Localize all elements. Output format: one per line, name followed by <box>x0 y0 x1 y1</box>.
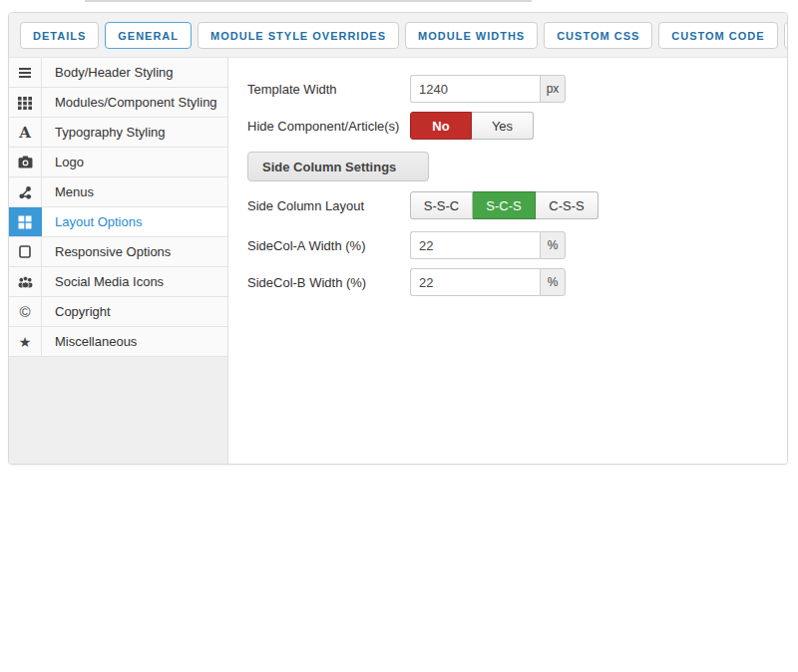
bars-icon <box>9 58 42 87</box>
star-icon: ★ <box>9 327 42 356</box>
sidecol-a-row: SideCol-A Width (%) % <box>247 230 787 260</box>
copyright-icon: © <box>9 297 42 326</box>
settings-content: Template Width px Hide Component/Article… <box>228 58 787 465</box>
sidebar-item-responsive-options[interactable]: Responsive Options <box>9 237 227 267</box>
sidebar-item-label: Copyright <box>42 297 227 326</box>
sidebar-item-modules-component-styling[interactable]: Modules/Component Styling <box>9 88 227 118</box>
sidebar-item-menus[interactable]: Menus <box>9 177 227 207</box>
layout-scs-button[interactable]: S-C-S <box>473 191 536 219</box>
square-outline-icon <box>9 237 42 266</box>
panel-body: Body/Header Styling Modules/Component St… <box>9 58 787 465</box>
layout-ssc-button[interactable]: S-S-C <box>410 191 473 219</box>
sidebar-item-label: Typography Styling <box>42 118 227 147</box>
layout-css-button[interactable]: C-S-S <box>536 191 598 219</box>
tab-custom-code[interactable]: CUSTOM CODE <box>658 22 777 49</box>
side-column-settings-button[interactable]: Side Column Settings <box>247 152 429 181</box>
sidecol-a-input[interactable] <box>410 231 540 259</box>
sidecol-b-row: SideCol-B Width (%) % <box>247 267 787 297</box>
template-width-input[interactable] <box>410 75 540 103</box>
hide-component-yes-button[interactable]: Yes <box>472 112 534 140</box>
template-width-label: Template Width <box>247 82 410 97</box>
font-icon: A <box>9 118 42 147</box>
sidecol-b-unit: % <box>540 268 566 296</box>
tab-module-widths[interactable]: MODULE WIDTHS <box>405 22 538 49</box>
grid-2x2-icon <box>9 207 42 236</box>
sidecol-b-label: SideCol-B Width (%) <box>247 275 410 290</box>
sidecol-a-label: SideCol-A Width (%) <box>247 238 410 253</box>
sidebar-item-layout-options[interactable]: Layout Options <box>9 207 227 237</box>
sidebar-item-body-header-styling[interactable]: Body/Header Styling <box>9 58 227 88</box>
template-width-row: Template Width px <box>247 74 787 104</box>
sidebar-item-social-media-icons[interactable]: Social Media Icons <box>9 267 227 297</box>
sidebar-item-label: Social Media Icons <box>42 267 227 296</box>
hide-component-no-button[interactable]: No <box>410 112 472 140</box>
sidecol-a-unit: % <box>540 231 566 259</box>
sidebar-item-miscellaneous[interactable]: ★ Miscellaneous <box>9 327 227 357</box>
users-icon <box>9 267 42 296</box>
sidebar-item-label: Menus <box>42 177 227 206</box>
cutoff-element-edge <box>85 0 532 2</box>
sidebar-filler <box>9 357 227 465</box>
template-settings-panel: DETAILS GENERAL MODULE STYLE OVERRIDES M… <box>8 12 788 465</box>
grid-3x3-icon <box>9 88 42 117</box>
sidebar-item-label: Body/Header Styling <box>42 58 227 87</box>
side-column-layout-row: Side Column Layout S-S-C S-C-S C-S-S <box>247 190 787 220</box>
sidebar-item-logo[interactable]: Logo <box>9 148 227 177</box>
tab-details[interactable]: DETAILS <box>20 22 99 49</box>
sidebar-item-typography-styling[interactable]: A Typography Styling <box>9 118 227 148</box>
tab-menu-assignment[interactable]: MENU ASSIGNMENT <box>784 22 788 49</box>
sidebar-item-label: Miscellaneous <box>42 327 227 356</box>
tab-module-style-overrides[interactable]: MODULE STYLE OVERRIDES <box>198 22 399 49</box>
hide-component-row: Hide Component/Article(s) No Yes <box>247 111 787 141</box>
sidebar: Body/Header Styling Modules/Component St… <box>9 58 228 465</box>
template-width-unit: px <box>540 75 566 103</box>
side-column-layout-label: Side Column Layout <box>247 198 410 213</box>
tab-custom-css[interactable]: CUSTOM CSS <box>544 22 652 49</box>
tab-general[interactable]: GENERAL <box>105 22 192 49</box>
sidebar-item-label: Modules/Component Styling <box>42 88 227 117</box>
sidebar-item-label: Logo <box>42 148 227 176</box>
sidebar-item-copyright[interactable]: © Copyright <box>9 297 227 327</box>
sidebar-item-label: Responsive Options <box>42 237 227 266</box>
tab-bar: DETAILS GENERAL MODULE STYLE OVERRIDES M… <box>9 13 787 58</box>
share-nodes-icon <box>9 177 42 206</box>
sidecol-b-input[interactable] <box>410 268 540 296</box>
sidebar-item-label: Layout Options <box>42 207 227 236</box>
hide-component-label: Hide Component/Article(s) <box>247 119 410 134</box>
camera-icon <box>9 148 42 176</box>
